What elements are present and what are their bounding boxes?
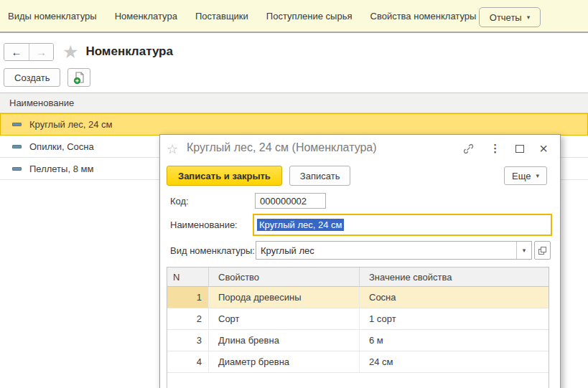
history-button-group: ← → xyxy=(4,43,54,61)
table-row[interactable]: 2 Сорт 1 сорт xyxy=(167,308,549,330)
value-cell: 24 см xyxy=(359,351,549,372)
page-title: Номенклатура xyxy=(85,44,173,59)
table-row[interactable]: 1 Порода древесины Сосна xyxy=(167,287,549,308)
dialog-title: Круглый лес, 24 см (Номенклатура) xyxy=(187,141,377,154)
row-number-cell: 3 xyxy=(167,330,208,351)
favorite-star-icon[interactable]: ★ xyxy=(62,43,78,61)
top-menu-bar: Виды номенклатуры Номенклатура Поставщик… xyxy=(0,0,588,33)
column-header-property[interactable]: Свойство xyxy=(208,268,359,286)
type-label: Вид номенклатуры: xyxy=(170,245,255,256)
menu-item-item-properties[interactable]: Свойства номенклатуры xyxy=(370,11,477,22)
row-number-cell: 4 xyxy=(167,351,208,372)
dialog-command-bar: Записать и закрыть Записать xyxy=(167,166,350,186)
open-in-window-icon xyxy=(538,246,547,255)
list-item-label: Опилки, Сосна xyxy=(29,141,94,152)
list-toolbar: Создать xyxy=(4,68,90,87)
menu-item-suppliers[interactable]: Поставщики xyxy=(195,11,248,22)
caret-down-icon: ▾ xyxy=(536,173,539,179)
value-cell: Сосна xyxy=(359,287,549,308)
more-button[interactable]: Еще ▾ xyxy=(504,166,547,185)
row-number-cell: 1 xyxy=(167,287,208,308)
back-button[interactable]: ← xyxy=(4,44,29,60)
list-item-label: Круглый лес, 24 см xyxy=(29,119,112,130)
forward-button[interactable]: → xyxy=(29,44,53,60)
create-button[interactable]: Создать xyxy=(4,68,60,87)
item-marker-icon xyxy=(12,167,22,171)
combo-dropdown-button[interactable]: ▾ xyxy=(516,242,531,259)
table-row[interactable]: 3 Длина бревна 6 м xyxy=(167,330,549,351)
list-column-header-name[interactable]: Наименование xyxy=(0,93,588,113)
forward-arrow-icon: → xyxy=(36,46,47,58)
menu-item-raw-receipt[interactable]: Поступление сырья xyxy=(266,11,353,22)
property-cell: Сорт xyxy=(208,308,359,329)
more-button-label: Еще xyxy=(512,171,531,181)
table-row[interactable]: 4 Диаметр бревна 24 см xyxy=(167,351,549,373)
item-marker-icon xyxy=(12,145,22,148)
property-cell: Порода древесины xyxy=(208,287,359,308)
type-value: Круглый лес xyxy=(261,245,314,256)
create-group-button[interactable] xyxy=(67,68,90,87)
code-input[interactable]: 000000002 xyxy=(255,193,326,209)
type-combobox[interactable]: Круглый лес ▾ xyxy=(256,241,532,260)
back-arrow-icon: ← xyxy=(11,46,22,58)
value-cell: 1 сорт xyxy=(359,308,549,329)
save-and-close-button[interactable]: Записать и закрыть xyxy=(167,166,282,186)
reports-button[interactable]: Отчеты ▾ xyxy=(479,7,541,27)
dialog-titlebar-icons: ⋮ × xyxy=(462,142,548,155)
name-label: Наименование: xyxy=(170,219,238,230)
more-options-dots-icon[interactable]: ⋮ xyxy=(490,142,500,155)
code-value: 000000002 xyxy=(260,196,307,207)
navigation-row: ← → ★ Номенклатура xyxy=(4,42,173,62)
properties-table: N Свойство Значение свойства 1 Порода др… xyxy=(167,267,549,388)
save-button[interactable]: Записать xyxy=(289,166,351,186)
caret-down-icon: ▾ xyxy=(527,14,531,21)
list-column-header-label: Наименование xyxy=(9,98,74,108)
maximize-icon[interactable] xyxy=(515,142,524,155)
properties-table-header: N Свойство Значение свойства xyxy=(167,268,549,287)
type-open-button[interactable] xyxy=(534,241,551,260)
dialog-favorite-star-icon[interactable]: ☆ xyxy=(167,141,178,157)
close-icon[interactable]: × xyxy=(539,142,548,155)
column-header-value[interactable]: Значение свойства xyxy=(359,268,549,286)
list-row[interactable]: Круглый лес, 24 см xyxy=(0,113,588,136)
item-edit-dialog: ☆ Круглый лес, 24 см (Номенклатура) ⋮ × … xyxy=(159,134,561,388)
item-marker-icon xyxy=(12,123,22,126)
list-item-label: Пеллеты, 8 мм xyxy=(29,164,93,174)
name-input[interactable]: Круглый лес, 24 см xyxy=(253,214,552,236)
new-document-plus-icon xyxy=(73,71,86,85)
link-icon[interactable] xyxy=(462,142,475,155)
row-number-cell: 2 xyxy=(167,308,208,329)
menu-item-item-types[interactable]: Виды номенклатуры xyxy=(8,11,97,22)
reports-button-label: Отчеты xyxy=(490,12,522,23)
column-header-n[interactable]: N xyxy=(167,268,208,286)
menu-item-nomenclature[interactable]: Номенклатура xyxy=(115,11,177,22)
name-selected-text: Круглый лес, 24 см xyxy=(257,219,344,231)
code-label: Код: xyxy=(170,196,189,207)
caret-down-icon: ▾ xyxy=(523,247,526,254)
property-cell: Длина бревна xyxy=(208,330,359,351)
value-cell: 6 м xyxy=(359,330,549,351)
property-cell: Диаметр бревна xyxy=(208,351,359,372)
